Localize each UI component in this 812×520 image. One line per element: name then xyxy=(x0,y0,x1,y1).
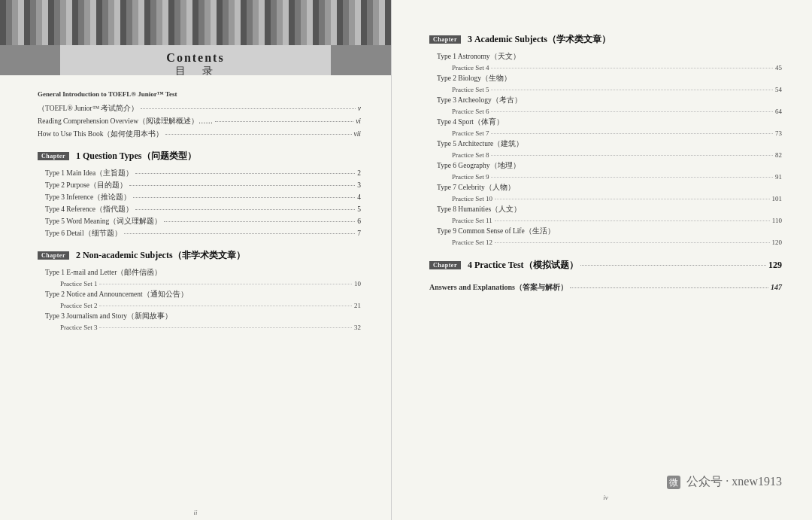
type-label-purpose: Type 2 Purpose（目的题） xyxy=(45,181,127,190)
type-item-biology: Type 2 Biology（生物） xyxy=(429,74,782,84)
type-page-detail: 7 xyxy=(357,230,361,237)
contents-title: Contents xyxy=(75,51,316,65)
toc-label-toefl: （TOEFL® Junior™ 考试简介） xyxy=(38,104,138,114)
practice-label-7: Practice Set 7 xyxy=(452,129,489,137)
right-page: Chapter 3 Academic Subjects（学术类文章） Type … xyxy=(391,0,812,520)
practice-page-12: 120 xyxy=(772,239,783,246)
practice-label-1: Practice Set 1 xyxy=(60,280,97,287)
type-item-detail: Type 6 Detail（细节题） 7 xyxy=(38,229,361,239)
chapter1-title: Question Types（问题类型） xyxy=(83,150,196,163)
answers-page: 147 xyxy=(771,283,782,291)
type-label-reference: Type 4 Reference（指代题） xyxy=(45,205,133,214)
practice-item-2: Practice Set 2 21 xyxy=(38,302,361,309)
type-label-detail: Type 6 Detail（细节题） xyxy=(45,229,122,239)
answers-item: Answers and Explanations（答案与解析） 147 xyxy=(429,282,782,293)
practice-dots-8 xyxy=(491,155,773,156)
type-label-sport: Type 4 Sport（体育） xyxy=(437,117,504,127)
chapter4-page: 129 xyxy=(768,260,782,271)
type-item-email: Type 1 E-mail and Letter（邮件信函） xyxy=(38,268,361,278)
practice-label-4: Practice Set 4 xyxy=(452,64,489,71)
toc-label-reading: Reading Comprehension Overview（阅读理解概述）…… xyxy=(38,117,213,126)
practice-item-10: Practice Set 10 101 xyxy=(429,195,782,202)
practice-label-8: Practice Set 8 xyxy=(452,151,489,159)
type-item-inference: Type 3 Inference（推论题） 4 xyxy=(38,193,361,202)
practice-item-1: Practice Set 1 10 xyxy=(38,280,361,287)
general-intro-label: General Introduction to TOEFL® Junior™ T… xyxy=(38,90,361,98)
practice-label-11: Practice Set 11 xyxy=(452,217,492,224)
type-item-celebrity: Type 7 Celebrity（人物） xyxy=(429,183,782,193)
type-label-humanities: Type 8 Humanities（人文） xyxy=(437,205,521,214)
chapter2-header: Chapter 2 Non-academic Subjects（非学术类文章） xyxy=(38,249,361,262)
type-item-architecture: Type 5 Architecture（建筑） xyxy=(429,139,782,149)
toc-label-howto: How to Use This Book（如何使用本书） xyxy=(38,129,163,139)
type-item-sport: Type 4 Sport（体育） xyxy=(429,117,782,127)
type-item-purpose: Type 2 Purpose（目的题） 3 xyxy=(38,181,361,190)
practice-label-5: Practice Set 5 xyxy=(452,86,489,93)
type-label-astronomy: Type 1 Astronomy（天文） xyxy=(437,52,520,62)
practice-page-4: 45 xyxy=(775,64,782,71)
practice-item-3: Practice Set 3 32 xyxy=(38,324,361,331)
footer-watermark: 微 公众号 · xnew1913 xyxy=(429,467,782,490)
contents-subtitle: 目 录 xyxy=(75,65,316,75)
answers-label: Answers and Explanations（答案与解析） xyxy=(429,282,568,293)
type-label-geography: Type 6 Geography（地理） xyxy=(437,161,520,171)
chapter3-badge: Chapter xyxy=(429,35,461,44)
wechat-icon: 微 xyxy=(667,476,680,489)
toc-dots-toefl xyxy=(141,108,355,109)
practice-item-7: Practice Set 7 73 xyxy=(429,129,782,137)
type-item-notice: Type 2 Notice and Announcement（通知公告） xyxy=(38,290,361,300)
type-label-common-sense: Type 9 Common Sense of Life（生活） xyxy=(437,227,555,236)
chapter1-badge: Chapter xyxy=(38,152,69,160)
practice-dots-3 xyxy=(99,327,352,328)
toc-page-toefl: v xyxy=(358,105,361,112)
type-page-main-idea: 2 xyxy=(357,169,361,177)
type-label-inference: Type 3 Inference（推论题） xyxy=(45,193,131,202)
header-stripes xyxy=(0,0,391,45)
practice-dots-10 xyxy=(495,199,770,199)
practice-dots-7 xyxy=(491,133,773,134)
chapter3-title: Academic Subjects（学术类文章） xyxy=(474,33,611,46)
practice-item-8: Practice Set 8 82 xyxy=(429,151,782,159)
type-label-email: Type 1 E-mail and Letter（邮件信函） xyxy=(45,268,162,278)
contents-box: Contents 目 录 xyxy=(60,45,331,75)
toc-item-toefl: （TOEFL® Junior™ 考试简介） v xyxy=(38,104,361,114)
type-page-purpose: 3 xyxy=(357,181,361,189)
practice-dots-9 xyxy=(491,177,773,178)
toc-page-reading: vi xyxy=(356,117,361,125)
practice-page-6: 64 xyxy=(775,108,782,115)
practice-item-4: Practice Set 4 45 xyxy=(429,64,782,71)
type-label-journalism: Type 3 Journalism and Story（新闻故事） xyxy=(45,312,172,321)
watermark-text: 公众号 · xnew1913 xyxy=(686,475,782,488)
practice-item-11: Practice Set 11 110 xyxy=(429,217,782,224)
practice-dots-12 xyxy=(495,242,770,243)
type-label-word-meaning: Type 5 Word Meaning（词义理解题） xyxy=(45,217,162,227)
toc-dots-reading xyxy=(215,121,353,122)
chapter3-number: 3 xyxy=(465,34,474,45)
left-header: Contents 目 录 xyxy=(0,0,391,75)
toc-page-howto: vii xyxy=(354,130,362,138)
left-page-number: ii xyxy=(0,505,391,520)
type-item-geography: Type 6 Geography（地理） xyxy=(429,161,782,171)
practice-label-9: Practice Set 9 xyxy=(452,173,489,181)
practice-page-2: 21 xyxy=(354,302,361,309)
practice-item-12: Practice Set 12 120 xyxy=(429,239,782,246)
practice-dots-4 xyxy=(491,68,773,68)
chapter2-title: Non-academic Subjects（非学术类文章） xyxy=(83,249,245,262)
practice-item-9: Practice Set 9 91 xyxy=(429,173,782,181)
chapter2-badge: Chapter xyxy=(38,251,69,260)
practice-item-5: Practice Set 5 54 xyxy=(429,86,782,93)
toc-dots-howto xyxy=(165,134,351,135)
practice-dots-6 xyxy=(491,111,773,112)
chapter4-badge: Chapter xyxy=(429,261,461,269)
type-item-journalism: Type 3 Journalism and Story（新闻故事） xyxy=(38,312,361,321)
practice-label-6: Practice Set 6 xyxy=(452,108,489,115)
practice-page-11: 110 xyxy=(772,217,782,224)
type-label-notice: Type 2 Notice and Announcement（通知公告） xyxy=(45,290,188,300)
type-item-astronomy: Type 1 Astronomy（天文） xyxy=(429,52,782,62)
type-item-word-meaning: Type 5 Word Meaning（词义理解题） 6 xyxy=(38,217,361,227)
practice-item-6: Practice Set 6 64 xyxy=(429,108,782,115)
type-item-archeology: Type 3 Archeology（考古） xyxy=(429,96,782,105)
practice-dots-5 xyxy=(491,90,773,90)
type-item-humanities: Type 8 Humanities（人文） xyxy=(429,205,782,214)
chapter1-header: Chapter 1 Question Types（问题类型） xyxy=(38,150,361,163)
